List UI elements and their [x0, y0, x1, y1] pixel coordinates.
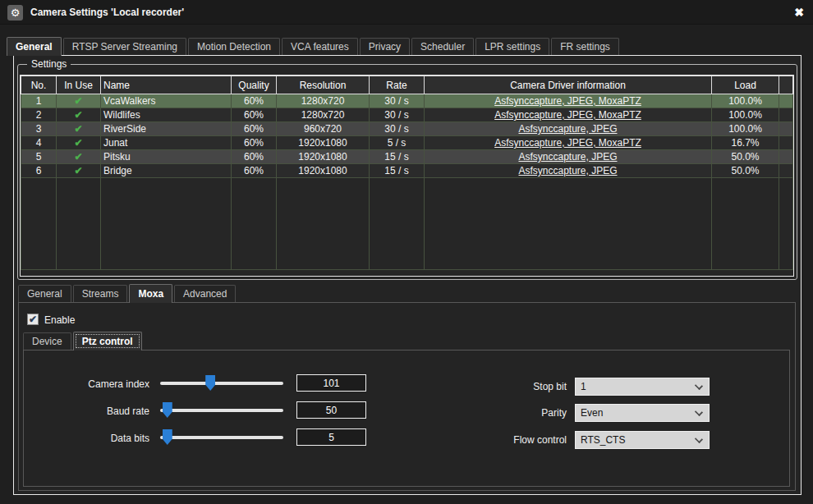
data-bits-slider[interactable]: [160, 429, 283, 445]
camera-index-slider[interactable]: [160, 375, 283, 391]
cell-rate: 5 / s: [370, 136, 425, 150]
cell-load: 16.7%: [712, 136, 779, 150]
baud-rate-value-field[interactable]: [296, 401, 366, 419]
cell-name: Pitsku: [101, 150, 232, 164]
tab-camera-advanced[interactable]: Advanced: [174, 285, 236, 302]
col-header-in-use[interactable]: In Use: [57, 76, 101, 94]
check-icon: ✔: [57, 164, 101, 178]
baud-rate-label: Baud rate: [33, 405, 149, 417]
table-row[interactable]: 1 ✔ VcaWalkers 60% 1280x720 30 / s Asfsy…: [21, 94, 793, 108]
cell-spacer: [779, 108, 793, 122]
check-icon: ✔: [74, 137, 82, 149]
cell-rate: 30 / s: [370, 108, 425, 122]
cell-quality: 60%: [232, 122, 277, 136]
camera-settings-window: { "window": { "title": "Camera Settings …: [0, 0, 813, 504]
cell-rate: 30 / s: [370, 122, 425, 136]
baud-rate-slider[interactable]: [160, 402, 283, 418]
table-row[interactable]: 3 ✔ RiverSide 60% 960x720 30 / s Asfsync…: [21, 122, 793, 136]
tab-ptz-control[interactable]: Ptz control: [73, 332, 142, 351]
parity-value: Even: [581, 407, 603, 419]
camera-table: No. In Use Name Quality Resolution Rate …: [20, 75, 794, 277]
cell-spacer: [779, 136, 793, 150]
enable-label: Enable: [44, 314, 75, 326]
check-icon: ✔: [57, 122, 101, 136]
tab-camera-moxa[interactable]: Moxa: [129, 284, 172, 303]
check-icon: ✔: [74, 123, 82, 135]
window-title: Camera Settings 'Local recorder': [30, 0, 184, 25]
cell-driver: Asfsynccapture, JPEG: [425, 122, 712, 136]
col-header-no[interactable]: No.: [21, 76, 57, 94]
cell-resolution: 1280x720: [277, 94, 370, 108]
cell-resolution: 960x720: [277, 122, 370, 136]
check-icon: ✔: [74, 95, 82, 107]
parity-dropdown[interactable]: Even: [575, 404, 710, 422]
cell-resolution: 1920x1080: [277, 164, 370, 178]
driver-link[interactable]: Asfsynccapture, JPEG: [518, 165, 617, 176]
driver-link[interactable]: Asfsynccapture, JPEG, MoxaPTZ: [494, 109, 641, 121]
col-header-resolution[interactable]: Resolution: [277, 76, 370, 94]
slider-thumb[interactable]: [163, 429, 172, 445]
cell-driver: Asfsynccapture, JPEG: [425, 150, 712, 164]
cell-load: 100.0%: [712, 94, 779, 108]
check-icon: ✔: [57, 150, 101, 164]
cell-quality: 60%: [232, 136, 277, 150]
driver-link[interactable]: Asfsynccapture, JPEG, MoxaPTZ: [494, 137, 641, 149]
check-icon: ✔: [57, 136, 101, 150]
tab-privacy[interactable]: Privacy: [360, 38, 410, 55]
close-icon[interactable]: ✖: [794, 0, 804, 25]
col-header-name[interactable]: Name: [101, 76, 232, 94]
slider-track[interactable]: [160, 436, 283, 439]
cell-driver: Asfsynccapture, JPEG: [425, 164, 712, 178]
driver-link[interactable]: Asfsynccapture, JPEG, MoxaPTZ: [494, 95, 641, 107]
flow-control-dropdown[interactable]: RTS_CTS: [575, 431, 710, 449]
tab-vca-features[interactable]: VCA features: [282, 38, 358, 55]
cell-quality: 60%: [232, 150, 277, 164]
data-bits-value-field[interactable]: [296, 428, 366, 446]
enable-checkbox[interactable]: ✔: [27, 314, 39, 325]
cell-no: 6: [21, 164, 57, 178]
tab-camera-streams[interactable]: Streams: [73, 285, 128, 302]
col-header-spacer: [779, 76, 793, 94]
cell-driver: Asfsynccapture, JPEG, MoxaPTZ: [425, 108, 712, 122]
cell-rate: 15 / s: [370, 150, 425, 164]
slider-thumb[interactable]: [163, 402, 172, 418]
tab-motion-detection[interactable]: Motion Detection: [188, 38, 280, 55]
col-header-quality[interactable]: Quality: [232, 76, 277, 94]
slider-track[interactable]: [160, 382, 283, 385]
slider-thumb[interactable]: [205, 375, 215, 391]
chevron-down-icon: [695, 408, 703, 416]
cell-driver: Asfsynccapture, JPEG, MoxaPTZ: [425, 136, 712, 150]
tab-camera-general[interactable]: General: [18, 285, 71, 302]
cell-quality: 60%: [232, 94, 277, 108]
col-header-rate[interactable]: Rate: [370, 76, 425, 94]
table-row[interactable]: 2 ✔ Wildlifes 60% 1280x720 30 / s Asfsyn…: [21, 108, 793, 122]
table-header-row: No. In Use Name Quality Resolution Rate …: [21, 76, 793, 94]
tab-general[interactable]: General: [7, 37, 62, 56]
table-row[interactable]: 5 ✔ Pitsku 60% 1920x1080 15 / s Asfsyncc…: [21, 150, 793, 164]
cell-spacer: [779, 164, 793, 178]
stop-bit-dropdown[interactable]: 1: [575, 378, 710, 396]
table-row[interactable]: 6 ✔ Bridge 60% 1920x1080 15 / s Asfsyncc…: [21, 164, 793, 178]
tab-scheduler[interactable]: Scheduler: [411, 38, 474, 55]
cell-resolution: 1920x1080: [277, 136, 370, 150]
driver-link[interactable]: Asfsynccapture, JPEG: [518, 123, 617, 135]
driver-link[interactable]: Asfsynccapture, JPEG: [518, 151, 617, 163]
camera-index-value-field[interactable]: [296, 374, 366, 392]
data-bits-label: Data bits: [33, 433, 149, 444]
slider-track[interactable]: [160, 409, 283, 412]
tab-device[interactable]: Device: [23, 332, 71, 350]
col-header-load[interactable]: Load: [712, 76, 779, 94]
cell-load: 100.0%: [712, 122, 779, 136]
tab-lpr-settings[interactable]: LPR settings: [475, 38, 549, 55]
table-row[interactable]: 4 ✔ Junat 60% 1920x1080 5 / s Asfsynccap…: [21, 136, 793, 150]
cell-rate: 30 / s: [370, 94, 425, 108]
cell-spacer: [779, 94, 793, 108]
col-header-driver[interactable]: Camera Driver information: [425, 76, 712, 94]
tab-fr-settings[interactable]: FR settings: [551, 38, 619, 55]
camera-settings-icon: ⚙: [7, 5, 23, 21]
tab-rtsp-server-streaming[interactable]: RTSP Server Streaming: [63, 38, 186, 55]
cell-name: Bridge: [101, 164, 232, 178]
cell-resolution: 1920x1080: [277, 150, 370, 164]
check-icon: ✔: [57, 108, 101, 122]
cell-name: Wildlifes: [101, 108, 232, 122]
